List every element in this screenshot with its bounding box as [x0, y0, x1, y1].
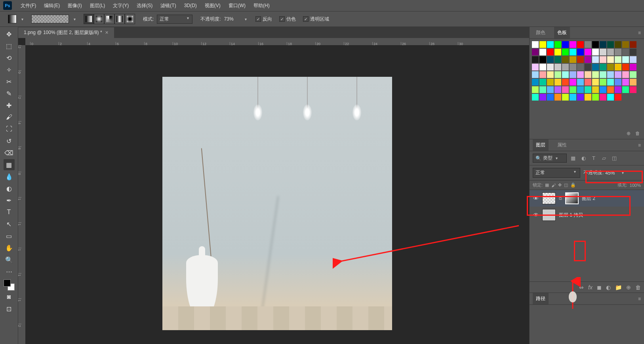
edit-toolbar[interactable]: ⋯ [4, 266, 15, 277]
swatch[interactable] [577, 64, 584, 70]
layer-mask-icon[interactable]: ◼ [597, 284, 602, 291]
foreground-background-colors[interactable] [4, 279, 15, 291]
visibility-icon[interactable]: 👁 [533, 212, 539, 218]
swatch[interactable] [592, 49, 599, 55]
swatch[interactable] [539, 79, 546, 86]
menu-edit[interactable]: 编辑(E) [40, 1, 64, 11]
menu-window[interactable]: 窗口(W) [225, 1, 250, 11]
swatch[interactable] [630, 49, 636, 55]
panel-menu-icon[interactable]: ≡ [638, 143, 641, 148]
zoom-tool[interactable]: 🔍 [4, 254, 15, 265]
swatch[interactable] [570, 64, 576, 70]
swatch[interactable] [600, 86, 606, 93]
swatch[interactable] [607, 64, 614, 70]
swatch[interactable] [562, 86, 569, 93]
swatch[interactable] [607, 41, 614, 48]
crop-tool[interactable]: ✂ [4, 76, 15, 87]
swatch[interactable] [532, 79, 539, 86]
blend-mode-dropdown[interactable]: 正常▾ [157, 15, 192, 24]
swatch[interactable] [539, 71, 546, 78]
swatch[interactable] [585, 79, 591, 86]
swatch[interactable] [585, 56, 591, 63]
swatch[interactable] [570, 71, 576, 78]
swatch[interactable] [600, 64, 606, 70]
swatch[interactable] [554, 49, 561, 55]
filter-pixel-icon[interactable]: ▦ [569, 155, 577, 162]
swatch[interactable] [532, 94, 539, 101]
panel-menu-icon[interactable]: ≡ [638, 296, 641, 302]
layer-blend-dropdown[interactable]: 正常▾ [533, 168, 580, 178]
swatch[interactable] [592, 41, 599, 48]
swatch[interactable] [607, 71, 614, 78]
gradient-picker[interactable] [31, 15, 69, 23]
chevron-down-icon[interactable]: ▾ [243, 17, 248, 21]
gradient-tool[interactable]: ▦ [4, 159, 15, 170]
swatch[interactable] [600, 71, 606, 78]
document-tab[interactable]: 1.png @ 100% (图层 2, 图层蒙版/8) * × [18, 27, 114, 38]
swatch[interactable] [622, 71, 629, 78]
swatch[interactable] [554, 41, 561, 48]
path-selection-tool[interactable]: ↖ [4, 219, 15, 230]
swatch[interactable] [562, 64, 569, 70]
swatch[interactable] [562, 94, 569, 101]
eraser-tool[interactable]: ⌫ [4, 147, 15, 158]
layer-fx-icon[interactable]: fx [588, 284, 593, 291]
reverse-checkbox[interactable]: 反向 [255, 16, 272, 23]
swatch[interactable] [585, 41, 591, 48]
swatch[interactable] [622, 64, 629, 70]
swatch[interactable] [585, 64, 591, 70]
lock-pixels-icon[interactable]: 🖌 [551, 183, 556, 188]
layer-name[interactable]: 图层 2 [582, 195, 641, 202]
history-brush-tool[interactable]: ↺ [4, 135, 15, 146]
swatch[interactable] [630, 71, 636, 78]
swatch[interactable] [607, 49, 614, 55]
swatch[interactable] [592, 64, 599, 70]
swatch[interactable] [615, 64, 621, 70]
gradient-radial-button[interactable] [94, 14, 104, 24]
swatch[interactable] [532, 41, 539, 48]
swatch[interactable] [592, 94, 599, 101]
horizontal-ruler[interactable]: 024681012141618202224262830 [25, 38, 529, 45]
swatch[interactable] [600, 41, 606, 48]
swatch[interactable] [547, 41, 554, 48]
gradient-linear-button[interactable] [84, 14, 94, 24]
swatch[interactable] [554, 86, 561, 93]
swatch[interactable] [615, 86, 621, 93]
adjustment-layer-icon[interactable]: ◐ [606, 284, 611, 291]
swatch[interactable] [547, 86, 554, 93]
menu-3d[interactable]: 3D(D) [180, 1, 201, 10]
swatch[interactable] [615, 94, 621, 101]
swatch[interactable] [585, 71, 591, 78]
chevron-down-icon[interactable]: ▾ [72, 17, 77, 21]
swatch[interactable] [539, 94, 546, 101]
properties-panel-tab[interactable]: 属性 [554, 139, 570, 151]
gradient-preview-icon[interactable] [8, 15, 17, 23]
menu-help[interactable]: 帮助(H) [250, 1, 274, 11]
stamp-tool[interactable]: ⛶ [4, 124, 15, 135]
mask-thumbnail[interactable] [565, 192, 579, 204]
swatch[interactable] [615, 49, 621, 55]
paths-panel-tab[interactable]: 路径 [533, 293, 549, 304]
swatch[interactable] [547, 56, 554, 63]
lock-position-icon[interactable]: ✥ [558, 182, 562, 188]
swatch[interactable] [577, 71, 584, 78]
filter-adjust-icon[interactable]: ◐ [579, 155, 587, 162]
swatches-panel-tab[interactable]: 色板 [554, 27, 570, 38]
swatch[interactable] [592, 56, 599, 63]
swatch[interactable] [532, 86, 539, 93]
swatch[interactable] [600, 56, 606, 63]
swatch[interactable] [532, 71, 539, 78]
swatch[interactable] [562, 71, 569, 78]
layer-filter-dropdown[interactable]: 🔍 类型 ▾ [533, 154, 567, 163]
swatch[interactable] [532, 64, 539, 70]
canvas[interactable] [162, 77, 392, 330]
swatch[interactable] [615, 79, 621, 86]
gradient-angle-button[interactable] [104, 14, 114, 24]
swatch[interactable] [600, 79, 606, 86]
layer-row[interactable]: 👁 ⧉ 图层 2 [530, 190, 644, 207]
color-panel-tab[interactable]: 颜色 [533, 27, 549, 38]
layer-thumbnail[interactable] [542, 209, 556, 221]
swatch[interactable] [570, 86, 576, 93]
swatch[interactable] [630, 64, 636, 70]
chevron-down-icon[interactable]: ▾ [20, 17, 25, 21]
